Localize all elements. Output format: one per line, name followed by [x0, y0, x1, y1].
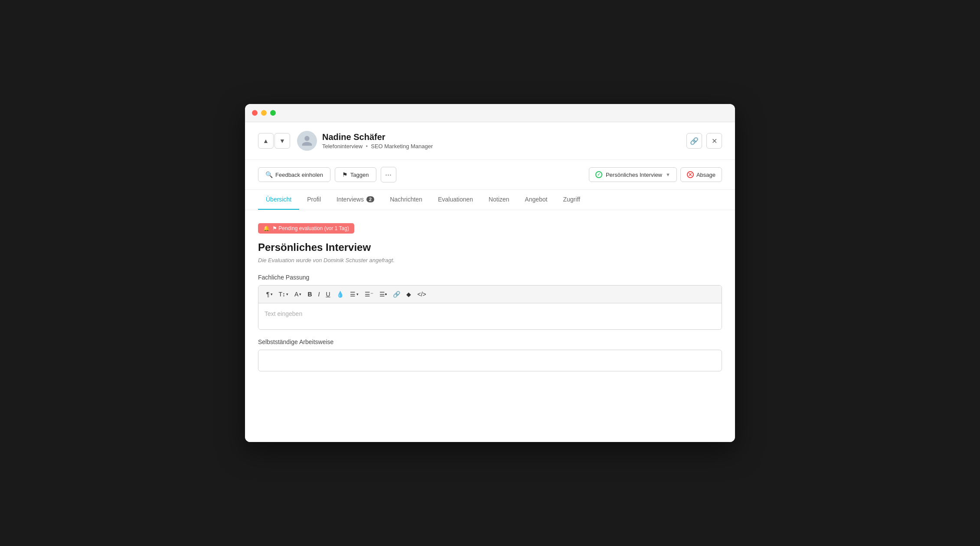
- align-btn[interactable]: ☰ ▾: [347, 289, 361, 299]
- tab-interviews[interactable]: Interviews 2: [329, 190, 382, 210]
- font-color-btn[interactable]: A ▾: [292, 289, 304, 299]
- paragraph-btn[interactable]: ¶ ▾: [264, 289, 275, 299]
- link-button[interactable]: 🔗: [686, 133, 702, 149]
- decline-button[interactable]: ✕ Absage: [680, 167, 722, 182]
- status-label: Persönliches Interview: [606, 172, 662, 178]
- tab-evaluationen-label: Evaluationen: [438, 196, 473, 203]
- tab-profil-label: Profil: [307, 196, 321, 203]
- close-traffic-light[interactable]: [252, 110, 258, 116]
- tag-button[interactable]: ⚑ Taggen: [335, 167, 376, 182]
- color-dropper-btn[interactable]: 💧: [334, 289, 346, 299]
- close-icon: ✕: [712, 137, 717, 145]
- more-icon: ···: [385, 170, 392, 179]
- tag-label: Taggen: [350, 172, 369, 178]
- field2-label: Selbstständige Arbeitsweise: [258, 338, 722, 345]
- header-actions: 🔗 ✕: [686, 133, 722, 149]
- tab-nachrichten[interactable]: Nachrichten: [382, 190, 430, 210]
- more-button[interactable]: ···: [381, 167, 396, 182]
- decline-icon: ✕: [687, 171, 694, 178]
- search-icon: 🔍: [265, 171, 273, 178]
- decline-label: Absage: [696, 172, 715, 178]
- text-size-btn[interactable]: T↕ ▾: [276, 289, 291, 299]
- underline-btn[interactable]: U: [323, 289, 333, 299]
- status-button[interactable]: Persönliches Interview ▼: [589, 167, 677, 182]
- bell-icon: 🔔: [263, 225, 270, 231]
- tab-nachrichten-label: Nachrichten: [390, 196, 422, 203]
- field1-text-area[interactable]: Text eingeben: [258, 303, 722, 329]
- main-body: 🔔 ⚑ Pending evaluation (vor 1 Tag) Persö…: [245, 210, 735, 442]
- toolbar-right: Persönliches Interview ▼ ✕ Absage: [589, 167, 722, 182]
- chevron-down-icon: ▼: [666, 172, 670, 177]
- field1-placeholder: Text eingeben: [265, 310, 302, 317]
- tab-notizen-label: Notizen: [489, 196, 509, 203]
- feedback-button[interactable]: 🔍 Feedback einholen: [258, 167, 330, 182]
- link-editor-btn[interactable]: 🔗: [390, 289, 403, 299]
- nav-down-button[interactable]: ▼: [274, 133, 290, 149]
- tab-navigation: Übersicht Profil Interviews 2 Nachrichte…: [245, 190, 735, 210]
- tab-evaluationen[interactable]: Evaluationen: [430, 190, 481, 210]
- pending-badge: 🔔 ⚑ Pending evaluation (vor 1 Tag): [258, 223, 354, 234]
- feedback-label: Feedback einholen: [275, 172, 323, 178]
- tab-angebot[interactable]: Angebot: [517, 190, 555, 210]
- highlight-btn[interactable]: ◆: [404, 289, 414, 299]
- candidate-subtitle: Telefoninterview • SEO Marketing Manager: [322, 143, 686, 150]
- editor-toolbar: ¶ ▾ T↕ ▾ A ▾ B I U 💧 ☰ ▾ ☰⁻ ☰• 🔗 ◆ </>: [258, 286, 722, 303]
- tab-zugriff[interactable]: Zugriff: [555, 190, 588, 210]
- avatar: [297, 131, 317, 151]
- link-icon: 🔗: [690, 137, 699, 145]
- field1-label: Fachliche Passung: [258, 274, 722, 281]
- interview-type: Telefoninterview: [322, 143, 363, 150]
- status-icon: [595, 171, 602, 178]
- tab-angebot-label: Angebot: [525, 196, 547, 203]
- italic-btn[interactable]: I: [316, 289, 323, 299]
- tab-zugriff-label: Zugriff: [563, 196, 580, 203]
- maximize-traffic-light[interactable]: [270, 110, 276, 116]
- tab-profil[interactable]: Profil: [299, 190, 329, 210]
- tab-ubersicht[interactable]: Übersicht: [258, 190, 299, 210]
- position-title: SEO Marketing Manager: [371, 143, 433, 150]
- close-button[interactable]: ✕: [706, 133, 722, 149]
- candidate-header: ▲ ▼ Nadine Schäfer Telefoninterview • SE…: [245, 122, 735, 160]
- candidate-name: Nadine Schäfer: [322, 132, 686, 142]
- pending-text: ⚑ Pending evaluation (vor 1 Tag): [272, 225, 349, 231]
- tab-ubersicht-label: Übersicht: [266, 196, 291, 203]
- candidate-info: Nadine Schäfer Telefoninterview • SEO Ma…: [322, 132, 686, 150]
- action-toolbar: 🔍 Feedback einholen ⚑ Taggen ··· Persönl…: [245, 160, 735, 190]
- field2-editor[interactable]: [258, 350, 722, 371]
- code-btn[interactable]: </>: [415, 289, 428, 299]
- tab-notizen[interactable]: Notizen: [481, 190, 517, 210]
- section-title: Persönliches Interview: [258, 241, 722, 254]
- ordered-list-btn[interactable]: ☰⁻: [362, 289, 376, 299]
- tab-interviews-label: Interviews: [336, 196, 364, 203]
- flag-icon: ⚑: [342, 171, 348, 178]
- nav-up-button[interactable]: ▲: [258, 133, 274, 149]
- bold-btn[interactable]: B: [305, 289, 314, 299]
- main-content: ▲ ▼ Nadine Schäfer Telefoninterview • SE…: [245, 122, 735, 442]
- section-subtitle: Die Evaluation wurde von Dominik Schuste…: [258, 257, 722, 263]
- field1-editor[interactable]: ¶ ▾ T↕ ▾ A ▾ B I U 💧 ☰ ▾ ☰⁻ ☰• 🔗 ◆ </> T…: [258, 285, 722, 330]
- minimize-traffic-light[interactable]: [261, 110, 267, 116]
- title-bar: [245, 104, 735, 122]
- nav-arrows: ▲ ▼: [258, 133, 290, 149]
- tab-interviews-badge: 2: [366, 196, 374, 202]
- unordered-list-btn[interactable]: ☰•: [377, 289, 390, 299]
